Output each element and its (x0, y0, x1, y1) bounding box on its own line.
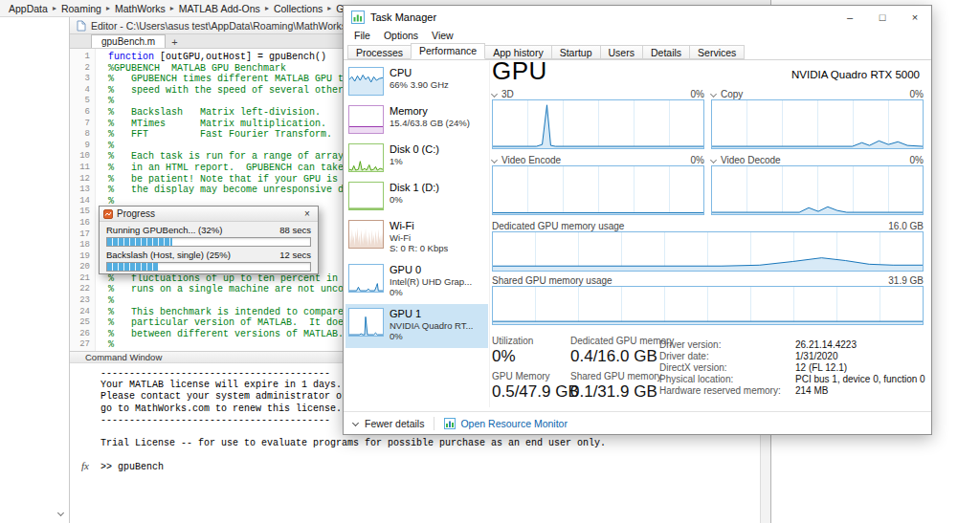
task-manager-tab[interactable]: Details (642, 45, 690, 59)
code-comment: % (96, 339, 114, 351)
collapse-icon[interactable] (491, 157, 498, 163)
chart-3d (492, 99, 704, 149)
chart-value: 0% (691, 155, 704, 165)
menu-item[interactable]: File (347, 29, 377, 44)
gpu0-sparkline-icon (348, 264, 384, 293)
task-manager-tab[interactable]: Users (600, 45, 643, 59)
progress-dialog-icon (103, 209, 113, 219)
chart-value: 0% (691, 89, 704, 99)
code-comment: % in an HTML report. GPUBENCH can take (96, 163, 344, 174)
chart-video-encode (492, 165, 704, 215)
disk1-sparkline-icon (348, 182, 384, 210)
breadcrumb-separator-icon: ▸ (102, 4, 114, 12)
code-comment: % (96, 141, 114, 152)
menu-item[interactable]: Options (377, 29, 425, 44)
memory-sparkline-icon (348, 105, 384, 134)
detail-row: Physical location: PCI bus 1, device 0, … (659, 374, 925, 385)
breadcrumb-separator-icon: ▸ (261, 4, 273, 12)
breadcrumb-item[interactable]: AppData (8, 3, 49, 14)
progress-task-time: 88 secs (279, 225, 311, 236)
chart-max: 16.0 GB (888, 221, 924, 231)
breadcrumb-separator-icon: ▸ (49, 4, 60, 12)
minimize-button[interactable]: – (834, 6, 866, 29)
progress-task-time: 12 secs (279, 250, 311, 261)
task-manager-icon (351, 11, 365, 24)
matlab-left-panel (0, 17, 70, 523)
progress-task-label: Running GPUBench... (32%) (106, 225, 222, 236)
progress-dialog-title: Progress (117, 208, 155, 219)
code-comment: % GPUBENCH times different MATLAB GPU ta (96, 74, 349, 85)
task-manager-tab[interactable]: Processes (347, 45, 412, 59)
breadcrumb-item[interactable]: Collections (273, 3, 323, 14)
breadcrumb-item[interactable]: MATLAB Add-Ons (178, 3, 261, 14)
task-manager-menubar: File Options View (344, 29, 931, 44)
sidebar-item-wifi[interactable]: Wi-Fi Wi-Fi S: 0 R: 0 Kbps (345, 216, 488, 260)
task-manager-tab[interactable]: Performance (411, 43, 485, 59)
tab-gpubench[interactable]: gpuBench.m (91, 34, 166, 48)
open-resource-monitor-link[interactable]: Open Resource Monitor (444, 418, 567, 429)
chart-dedicated-memory (492, 231, 924, 272)
desktop: AppData ▸ Roaming ▸ MathWorks ▸ MATLAB A… (0, 0, 980, 523)
progress-bar (106, 237, 311, 247)
code-comment: % Backslash Matrix left-division. (96, 107, 321, 119)
close-icon[interactable]: × (301, 208, 314, 219)
breadcrumb-item[interactable]: Roaming (60, 3, 102, 14)
footer-divider (434, 417, 434, 430)
chart-shared-memory (492, 286, 924, 325)
task-manager-tab[interactable]: Services (689, 45, 745, 59)
chart-value: 0% (910, 155, 924, 165)
breadcrumb-separator-icon: ▸ (323, 4, 335, 12)
stat-utilization: Utilization 0% (492, 336, 533, 366)
menu-item[interactable]: View (425, 29, 460, 44)
collapse-icon[interactable] (710, 91, 717, 98)
code-comment: % fluctuations of up to ten percent in t (96, 273, 349, 285)
task-manager-titlebar[interactable]: Task Manager – □ × (344, 6, 931, 29)
detail-row: DirectX version: 12 (FL 12.1) (659, 362, 925, 374)
code-comment: % speed with the speed of several other (96, 85, 344, 97)
sidebar-item-disk1[interactable]: Disk 1 (D:) 0% (345, 178, 488, 216)
code-comment: % (96, 295, 114, 307)
resource-monitor-icon (444, 418, 456, 429)
disk0-sparkline-icon (348, 143, 384, 172)
breadcrumb-item[interactable]: MathWorks (114, 3, 167, 14)
gpu1-sparkline-icon (348, 308, 384, 337)
sidebar-item-gpu0[interactable]: GPU 0 Intel(R) UHD Grap... 0% (345, 260, 488, 304)
cpu-sparkline-icon (348, 67, 384, 96)
window-title: Task Manager (370, 11, 436, 23)
code-text: [outGPU,outHost] = gpuBench() (154, 52, 326, 62)
code-comment: % MTimes Matrix multiplication. (96, 119, 326, 130)
task-manager-tabbar: Processes Performance App history Startu… (344, 44, 931, 60)
close-button[interactable]: × (899, 6, 931, 29)
sidebar-item-cpu[interactable]: CPU 66% 3.90 GHz (345, 63, 488, 101)
breadcrumb-separator-icon: ▸ (167, 4, 178, 12)
scroll-down-icon[interactable] (57, 510, 64, 516)
progress-bar-fill (107, 238, 172, 246)
chart-header-video-encode: Video Encode 0% (492, 155, 704, 165)
maximize-button[interactable]: □ (866, 6, 899, 29)
command-window-line: >> gpuBench (100, 462, 760, 473)
new-tab-button[interactable]: + (166, 36, 183, 48)
chart-value: 0% (910, 89, 924, 99)
code-comment: % the display may become unresponsive du (96, 185, 349, 196)
sidebar-item-disk0[interactable]: Disk 0 (C:) 1% (345, 140, 488, 178)
detail-row: Driver version: 26.21.14.4223 (659, 339, 925, 351)
chart-max: 31.9 GB (888, 275, 924, 286)
sidebar-item-gpu1[interactable]: GPU 1 NVIDIA Quadro RT... 0% (345, 304, 488, 348)
sidebar-item-memory[interactable]: Memory 15.4/63.8 GB (24%) (345, 101, 488, 140)
code-comment: % FFT Fast Fourier Transform. (96, 129, 332, 141)
collapse-icon[interactable] (710, 157, 717, 163)
gpu-device-name: NVIDIA Quadro RTX 5000 (791, 69, 920, 80)
progress-dialog-titlebar[interactable]: Progress × (100, 207, 318, 222)
detail-row: Driver date: 1/31/2020 (659, 351, 925, 362)
code-comment: % be patient! Note that if your GPU is a (96, 174, 349, 185)
progress-task-label: Backslash (Host, single) (25%) (106, 250, 231, 261)
chart-video-decode (711, 165, 924, 215)
keyword: function (108, 52, 154, 62)
chart-header-3d: 3D 0% (492, 89, 704, 99)
collapse-icon[interactable] (491, 91, 498, 98)
task-manager-tab[interactable]: Startup (551, 45, 601, 59)
stat-shared-memory: Shared GPU memory 0.1/31.9 GB (570, 371, 662, 402)
chart-header-copy: Copy 0% (711, 89, 924, 99)
fewer-details-button[interactable]: Fewer details (353, 418, 424, 429)
chart-copy (711, 99, 924, 149)
